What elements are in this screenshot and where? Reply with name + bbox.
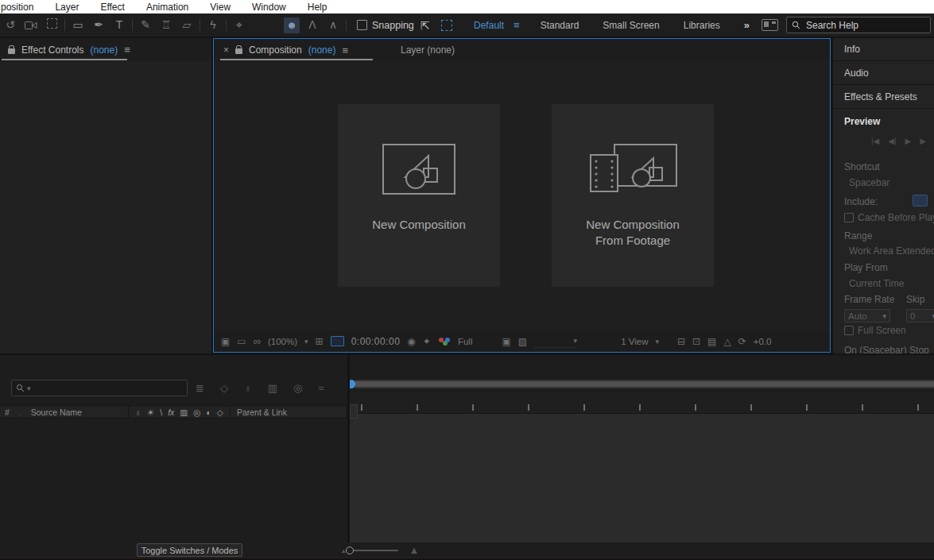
composition-mini-flowchart-icon[interactable]: ≣ [196, 382, 204, 394]
panel-menu-icon[interactable]: ≡ [124, 44, 130, 56]
toggle-switches-modes-button[interactable]: Toggle Switches / Modes [137, 543, 242, 557]
range-dropdown[interactable]: Work Area Extended B [849, 245, 934, 257]
search-help-box[interactable]: Search Help [786, 17, 931, 33]
workspace-overflow-icon[interactable]: » [744, 19, 750, 31]
adjustment-layer-icon[interactable]: ◐ [206, 407, 211, 417]
play-icon[interactable]: ▶ [905, 137, 912, 145]
hide-shy-layers-icon[interactable]: ♁ [244, 382, 252, 394]
zoom-slider-track[interactable] [349, 550, 398, 551]
pan-behind-tool-icon[interactable] [41, 14, 62, 37]
workspace-tab-small-screen[interactable]: Small Screen [603, 20, 659, 31]
pixel-aspect-correction-icon[interactable]: ⊡ [692, 336, 700, 347]
effects-presets-panel-header[interactable]: Effects & Presets [833, 86, 934, 109]
audio-panel-header[interactable]: Audio [833, 62, 934, 85]
grid-guides-icon[interactable]: ⊞ [316, 336, 324, 347]
brush-tool-icon[interactable]: ✎ [135, 14, 156, 37]
camera-tool-icon[interactable] [21, 14, 41, 37]
frame-rate-dropdown[interactable]: Auto ▾ [844, 309, 890, 322]
view-options-dropdown[interactable]: ▾ [534, 335, 577, 348]
snapshot-camera-icon[interactable]: ◉ [407, 336, 415, 347]
share-view-icon[interactable]: ⊟ [677, 336, 685, 347]
time-ruler[interactable] [350, 393, 934, 414]
chevron-down-icon[interactable]: ▾ [655, 338, 659, 346]
motion-blur-switch-icon[interactable]: ◎ [193, 407, 200, 417]
menu-item-layer[interactable]: Layer [55, 2, 79, 13]
info-panel-header[interactable]: Info [833, 38, 934, 61]
lock-icon[interactable] [8, 48, 15, 54]
people-tool-icon[interactable]: ☻ [284, 17, 300, 33]
graph-editor-icon[interactable]: ≈ [318, 382, 324, 394]
snap-options-icon[interactable]: ⇱ [420, 19, 430, 32]
workspace-tab-libraries[interactable]: Libraries [684, 20, 720, 31]
previous-frame-icon[interactable]: ◀| [888, 137, 896, 145]
menu-item-window[interactable]: Window [252, 2, 286, 13]
zoom-out-icon[interactable]: ▴ [342, 546, 346, 554]
magnification-dropdown[interactable]: (100%) [268, 337, 297, 346]
pen-tool-icon[interactable]: ✒ [88, 14, 109, 37]
draft-3d-icon[interactable]: ◇ [220, 382, 228, 394]
effect-controls-tab[interactable]: Effect Controls [21, 44, 83, 56]
skip-dropdown[interactable]: 0 ▾ [906, 309, 934, 322]
menu-item-animation[interactable]: Animation [146, 2, 188, 13]
timeline-search-box[interactable]: ▾ [11, 380, 188, 396]
workspace-menu-icon[interactable]: ≡ [514, 19, 520, 31]
type-tool-icon[interactable]: T [109, 14, 130, 37]
puppet-pin-tool-icon[interactable]: ⌖ [229, 14, 250, 37]
lock-icon[interactable] [235, 48, 242, 54]
shortcut-dropdown[interactable]: Spacebar [849, 177, 889, 188]
chevron-down-icon[interactable]: ▾ [304, 338, 308, 346]
main-viewer-icon[interactable]: ▭ [237, 336, 246, 347]
layer-tab[interactable]: Layer (none) [401, 44, 455, 56]
mask-tool-icon[interactable]: Λ [302, 14, 323, 37]
collapse-transformations-icon[interactable]: ☀ [147, 407, 154, 417]
search-filter-chevron-icon[interactable]: ▾ [27, 384, 31, 392]
reset-exposure-icon[interactable]: ⟳ [738, 336, 746, 347]
fast-previews-icon[interactable]: ▤ [707, 336, 716, 347]
snap-bounds-icon[interactable] [441, 20, 452, 31]
zoom-in-icon[interactable]: ▲ [409, 544, 420, 556]
full-screen-checkbox[interactable] [844, 326, 854, 335]
motion-blur-icon[interactable]: ◎ [293, 382, 302, 394]
frame-blending-icon[interactable]: ▥ [268, 382, 277, 394]
clone-stamp-tool-icon[interactable]: ♖ [156, 14, 176, 37]
shy-icon[interactable]: ♁ [135, 407, 141, 417]
first-frame-icon[interactable]: |◀ [871, 137, 879, 145]
roto-brush-tool-icon[interactable]: ϟ [203, 14, 223, 37]
always-preview-icon[interactable]: ▣ [221, 336, 230, 347]
effects-fx-icon[interactable]: fx [168, 407, 174, 417]
preview-time-icon[interactable] [331, 336, 344, 346]
cache-before-playback-checkbox[interactable] [844, 213, 854, 222]
snapping-checkbox[interactable] [357, 20, 367, 30]
quality-sampling-icon[interactable]: \ [160, 407, 162, 417]
column-source-name[interactable]: Source Name [31, 407, 82, 417]
next-frame-icon[interactable]: ▶ [920, 137, 926, 145]
show-channels-icon[interactable] [438, 337, 451, 346]
resolution-dropdown[interactable]: Full [458, 337, 473, 346]
timeline-divider[interactable] [347, 355, 350, 543]
3d-layer-icon[interactable]: ◇ [217, 407, 223, 417]
new-composition-from-footage-card[interactable]: New Composition From Footage [552, 104, 714, 287]
region-of-interest-icon[interactable]: ▣ [502, 336, 510, 347]
zoom-slider-knob[interactable] [346, 546, 354, 554]
composition-tab[interactable]: Composition [249, 44, 302, 56]
vertex-tool-icon[interactable]: ∧ [323, 14, 343, 37]
frame-blending-switch-icon[interactable]: ▥ [180, 407, 188, 417]
exposure-value[interactable]: +0.0 [754, 337, 772, 346]
timeline-track-area[interactable] [350, 413, 934, 543]
rotation-tool-icon[interactable]: ↺ [0, 14, 21, 37]
close-tab-icon[interactable]: × [223, 44, 229, 56]
mini-flowchart-icon[interactable]: △ [723, 336, 731, 347]
new-composition-card[interactable]: New Composition [338, 104, 500, 287]
menu-item-view[interactable]: View [210, 2, 231, 13]
work-area-bar[interactable] [353, 380, 934, 388]
menu-item-composition[interactable]: position [1, 2, 33, 13]
transparency-grid-icon[interactable]: ▨ [518, 336, 527, 347]
rectangle-tool-icon[interactable]: ▭ [68, 14, 88, 37]
view-count-dropdown[interactable]: 1 View [621, 337, 648, 346]
menu-item-help[interactable]: Help [308, 2, 327, 13]
workspace-tab-standard[interactable]: Standard [541, 20, 579, 31]
eraser-tool-icon[interactable]: ▱ [176, 14, 197, 37]
menu-item-effect[interactable]: Effect [100, 2, 124, 13]
current-time-display[interactable]: 0:00:00:00 [351, 336, 401, 347]
include-video-icon[interactable] [913, 195, 928, 207]
